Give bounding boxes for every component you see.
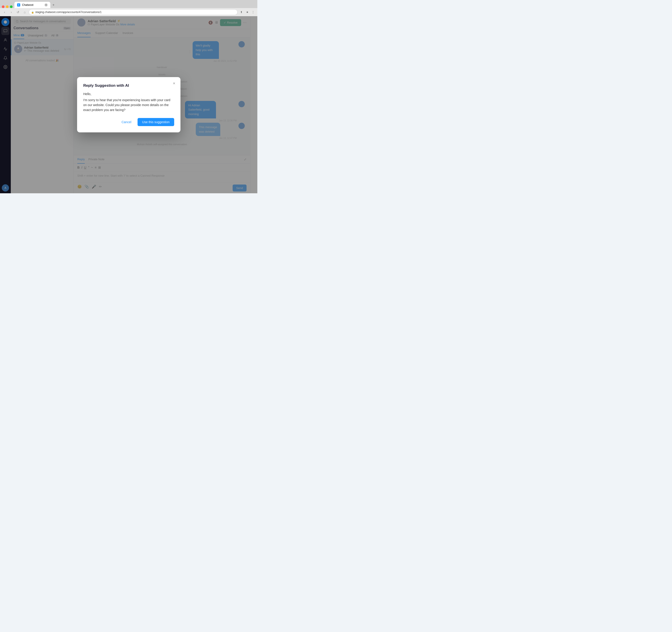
traffic-lights [2,5,13,8]
new-tab-button[interactable]: + [50,2,57,8]
modal-body: Hello, I'm sorry to hear that you're exp… [83,92,174,113]
traffic-light-green[interactable] [10,5,13,8]
nav-refresh-button[interactable]: ↺ [15,9,21,15]
modal-title: Reply Suggestion with AI [83,83,174,88]
modal-close-button[interactable]: × [171,81,177,86]
address-bar[interactable]: 🔒 staging.chatwoot.com/app/accounts/47/c… [29,9,238,15]
tab-close-icon[interactable]: × [45,3,48,6]
browser-tab-bar: C Chatwoot × + [0,0,257,8]
nav-back-button[interactable]: ‹ [2,9,7,15]
nav-forward-button[interactable]: › [8,9,14,15]
more-icon[interactable]: ⋮ [250,10,256,15]
modal-greeting: Hello, [83,92,174,96]
tab-label: Chatwoot [22,3,33,6]
address-text: staging.chatwoot.com/app/accounts/47/con… [35,10,102,14]
browser-toolbar: ‹ › ↺ ⌂ 🔒 staging.chatwoot.com/app/accou… [0,8,257,16]
modal-actions: Cancel Use this suggestion [83,118,174,126]
toolbar-icons: ⬆ ★ ⋮ [239,10,256,15]
lock-icon: 🔒 [31,11,34,14]
browser-chrome: C Chatwoot × + ‹ › ↺ ⌂ 🔒 staging.chatwoo… [0,0,257,16]
share-icon[interactable]: ⬆ [239,10,244,15]
cancel-button[interactable]: Cancel [118,118,135,126]
modal-dialog: × Reply Suggestion with AI Hello, I'm so… [77,77,181,132]
modal-body-text: I'm sorry to hear that you're experienci… [83,98,174,113]
use-suggestion-button[interactable]: Use this suggestion [138,118,174,126]
browser-tab[interactable]: C Chatwoot × [15,2,50,8]
traffic-light-yellow[interactable] [6,5,8,8]
traffic-light-red[interactable] [2,5,4,8]
modal-overlay[interactable]: × Reply Suggestion with AI Hello, I'm so… [0,16,257,193]
bookmark-icon[interactable]: ★ [245,10,250,15]
tab-favicon: C [17,3,20,6]
nav-home-button[interactable]: ⌂ [22,9,27,15]
